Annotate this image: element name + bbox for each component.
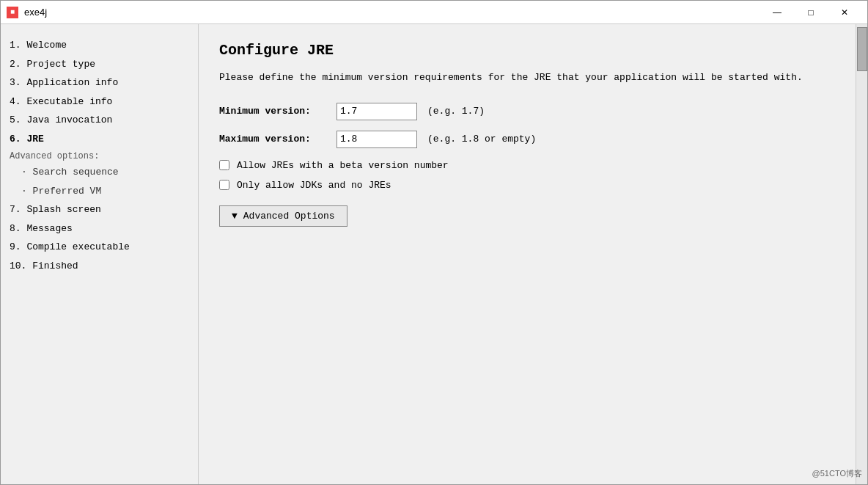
main-content: Configure JRE Please define the minimum …: [199, 24, 856, 484]
maximum-version-label: Maximum version:: [219, 134, 336, 145]
sidebar-item-jre[interactable]: 6. JRE: [10, 130, 189, 149]
sidebar-item-search-sequence[interactable]: · Search sequence: [10, 163, 189, 182]
beta-version-row: Allow JREs with a beta version number: [219, 160, 835, 171]
minimum-version-label: Minimum version:: [219, 106, 336, 117]
title-bar: ■ exe4j — □ ✕: [1, 1, 867, 24]
watermark: @51CTO博客: [812, 468, 862, 479]
app-icon-symbol: ■: [10, 8, 15, 16]
sidebar-item-application-info[interactable]: 3. Application info: [10, 73, 189, 92]
sidebar-item-project-type[interactable]: 2. Project type: [10, 55, 189, 74]
sidebar-item-messages[interactable]: 8. Messages: [10, 219, 189, 238]
advanced-options-label: Advanced Options: [243, 211, 335, 222]
checkboxes-section: Allow JREs with a beta version number On…: [219, 160, 835, 191]
maximum-version-input[interactable]: [336, 131, 417, 148]
main-window: ■ exe4j — □ ✕ 1. Welcome 2. Project type…: [0, 0, 868, 485]
page-title: Configure JRE: [219, 42, 835, 59]
sidebar: 1. Welcome 2. Project type 3. Applicatio…: [1, 24, 199, 484]
minimize-button[interactable]: —: [760, 1, 794, 24]
only-jdks-checkbox[interactable]: [219, 180, 229, 190]
close-button[interactable]: ✕: [828, 1, 861, 24]
sidebar-item-executable-info[interactable]: 4. Executable info: [10, 92, 189, 112]
sidebar-item-splash-screen[interactable]: 7. Splash screen: [10, 200, 189, 219]
advanced-options-button[interactable]: ▼ Advanced Options: [219, 205, 347, 227]
minimum-version-row: Minimum version: (e.g. 1.7): [219, 103, 835, 120]
minimum-version-hint: (e.g. 1.7): [427, 106, 485, 117]
maximum-version-hint: (e.g. 1.8 or empty): [427, 134, 536, 145]
scrollbar-thumb[interactable]: [857, 27, 867, 71]
sidebar-item-welcome[interactable]: 1. Welcome: [10, 36, 189, 55]
maximum-version-row: Maximum version: (e.g. 1.8 or empty): [219, 131, 835, 148]
minimum-version-input[interactable]: [336, 103, 417, 120]
app-icon: ■: [7, 7, 18, 18]
window-controls: — □ ✕: [760, 1, 861, 24]
only-jdks-label[interactable]: Only allow JDKs and no JREs: [237, 180, 391, 191]
sidebar-item-finished[interactable]: 10. Finished: [10, 257, 189, 276]
window-title: exe4j: [24, 7, 760, 18]
maximize-button[interactable]: □: [794, 1, 828, 24]
sidebar-item-compile-executable[interactable]: 9. Compile executable: [10, 238, 189, 257]
beta-version-checkbox[interactable]: [219, 160, 229, 170]
window-body: 1. Welcome 2. Project type 3. Applicatio…: [1, 24, 867, 484]
only-jdks-row: Only allow JDKs and no JREs: [219, 180, 835, 191]
sidebar-item-preferred-vm[interactable]: · Preferred VM: [10, 182, 189, 201]
scrollbar[interactable]: [856, 24, 867, 484]
sidebar-item-java-invocation[interactable]: 5. Java invocation: [10, 111, 189, 130]
beta-version-label[interactable]: Allow JREs with a beta version number: [237, 160, 449, 171]
sidebar-advanced-options-label: Advanced options:: [10, 148, 189, 163]
advanced-options-icon: ▼: [232, 211, 238, 222]
page-description: Please define the minimum version requir…: [219, 70, 835, 85]
